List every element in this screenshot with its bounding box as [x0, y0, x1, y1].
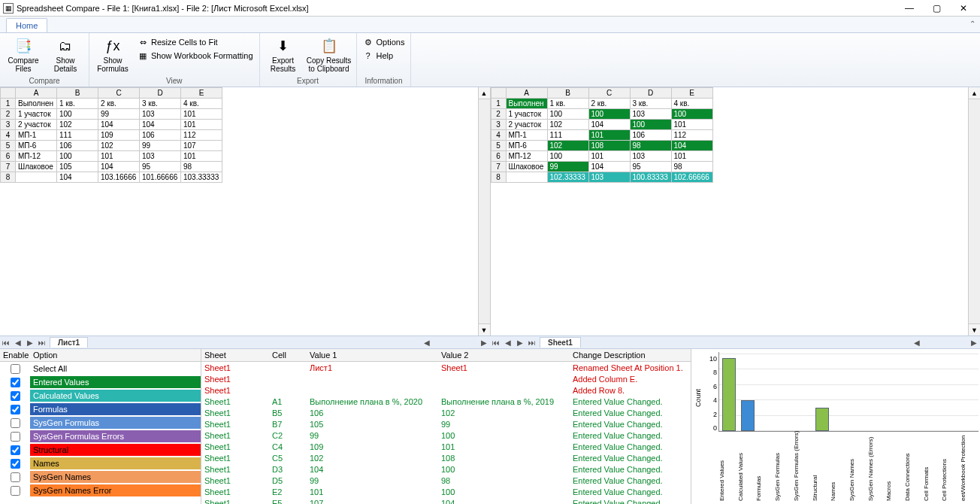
grid-cell[interactable]: 95: [140, 162, 181, 172]
result-row[interactable]: Sheet1E5107104Entered Value Changed.: [201, 497, 691, 504]
grid-cell[interactable]: 106: [140, 130, 181, 141]
grid-cell[interactable]: 101: [671, 151, 712, 162]
grid-cell[interactable]: 104: [140, 120, 181, 130]
grid-cell[interactable]: 111: [57, 130, 98, 141]
grid-right[interactable]: ABCDE1Выполнен1 кв.2 кв.3 кв.4 кв.21 уча…: [491, 87, 713, 183]
grid-cell[interactable]: 99: [98, 109, 140, 120]
grid-cell[interactable]: Выполнен: [506, 99, 547, 109]
maximize-button[interactable]: ▢: [923, 1, 950, 16]
hscroll-right-icon[interactable]: ▶: [968, 339, 980, 347]
grid-cell[interactable]: 2 участок: [506, 120, 547, 130]
grid-cell[interactable]: 3 кв.: [140, 99, 181, 109]
grid-cell[interactable]: 101: [181, 151, 222, 162]
option-label[interactable]: SysGen Names Error: [30, 484, 201, 496]
grid-cell[interactable]: 109: [98, 130, 140, 141]
grid-cell[interactable]: 100: [671, 109, 712, 120]
result-row[interactable]: Sheet1D3104100Entered Value Changed.: [201, 463, 691, 475]
result-row[interactable]: Sheet1Лист1Sheet1Renamed Sheet At Positi…: [201, 362, 691, 373]
sheet-nav-first-icon[interactable]: ⏮: [0, 339, 12, 347]
grid-cell[interactable]: 2 участок: [16, 120, 57, 130]
result-row[interactable]: Sheet1Added Row 8.: [201, 384, 691, 396]
grid-cell[interactable]: 102.33333: [547, 172, 588, 183]
grid-cell[interactable]: 98: [671, 162, 712, 172]
grid-cell[interactable]: 98: [630, 141, 671, 151]
grid-cell[interactable]: 1 кв.: [57, 99, 98, 109]
option-checkbox[interactable]: [11, 391, 20, 401]
compare-files-button[interactable]: 📑 Compare Files: [5, 35, 42, 73]
right-vscroll[interactable]: ▲▼: [968, 87, 980, 335]
grid-cell[interactable]: МП-1: [16, 130, 57, 141]
option-label[interactable]: Formulas: [30, 403, 201, 415]
hscroll-right-icon[interactable]: ▶: [478, 339, 490, 347]
show-details-button[interactable]: 🗂 Show Details: [47, 35, 84, 73]
grid-cell[interactable]: 102: [98, 141, 140, 151]
option-checkbox[interactable]: [11, 418, 20, 428]
result-row[interactable]: Sheet1C5102108Entered Value Changed.: [201, 452, 691, 463]
option-label[interactable]: SysGen Formulas Errors: [30, 430, 201, 442]
result-row[interactable]: Sheet1D59998Entered Value Changed.: [201, 475, 691, 486]
grid-cell[interactable]: Шлаковое: [16, 162, 57, 172]
grid-cell[interactable]: [16, 172, 57, 183]
grid-cell[interactable]: 1 участок: [506, 109, 547, 120]
grid-left[interactable]: ABCDE1Выполнен1 кв.2 кв.3 кв.4 кв.21 уча…: [0, 87, 222, 183]
option-checkbox[interactable]: [11, 378, 20, 387]
option-label[interactable]: SysGen Formulas: [30, 417, 201, 429]
resize-cells-button[interactable]: ⇔Resize Cells to Fit: [136, 36, 255, 48]
grid-cell[interactable]: 103: [140, 151, 181, 162]
grid-cell[interactable]: Выполнен: [16, 99, 57, 109]
grid-cell[interactable]: 3 кв.: [630, 99, 671, 109]
grid-cell[interactable]: 104: [98, 162, 140, 172]
result-row[interactable]: Sheet1Added Column E.: [201, 373, 691, 384]
grid-cell[interactable]: 98: [181, 162, 222, 172]
copy-results-button[interactable]: 📋 Copy Results to Clipboard: [307, 35, 352, 73]
grid-cell[interactable]: [506, 172, 547, 183]
grid-cell[interactable]: 102.66666: [671, 172, 712, 183]
option-checkbox[interactable]: [11, 432, 20, 442]
result-row[interactable]: Sheet1B710599Entered Value Changed.: [201, 418, 691, 430]
sheet-nav-last-icon[interactable]: ⏭: [526, 339, 538, 347]
show-formatting-button[interactable]: ▦Show Workbook Formatting: [136, 50, 255, 62]
option-checkbox[interactable]: [11, 445, 20, 455]
result-row[interactable]: Sheet1C4109101Entered Value Changed.: [201, 441, 691, 452]
sheet-nav-next-icon[interactable]: ▶: [24, 339, 36, 347]
sheet-nav-next-icon[interactable]: ▶: [514, 339, 526, 347]
grid-cell[interactable]: 2 кв.: [588, 99, 630, 109]
grid-cell[interactable]: 103: [630, 151, 671, 162]
result-row[interactable]: Sheet1B5106102Entered Value Changed.: [201, 407, 691, 418]
sheet-nav-first-icon[interactable]: ⏮: [490, 339, 502, 347]
grid-cell[interactable]: МП-6: [16, 141, 57, 151]
grid-cell[interactable]: 99: [547, 162, 588, 172]
grid-cell[interactable]: 106: [57, 141, 98, 151]
grid-cell[interactable]: 107: [181, 141, 222, 151]
sheet-nav-last-icon[interactable]: ⏭: [36, 339, 48, 347]
sheet-tab-right[interactable]: Sheet1: [540, 337, 581, 348]
options-button[interactable]: ⚙Options: [361, 36, 407, 48]
grid-cell[interactable]: 101: [671, 120, 712, 130]
ribbon-collapse-icon[interactable]: ⌃: [969, 20, 975, 28]
sheet-tab-left[interactable]: Лист1: [50, 337, 88, 348]
minimize-button[interactable]: —: [896, 1, 923, 16]
grid-cell[interactable]: 112: [181, 130, 222, 141]
grid-cell[interactable]: 100: [547, 151, 588, 162]
grid-cell[interactable]: 105: [57, 162, 98, 172]
grid-cell[interactable]: МП-12: [506, 151, 547, 162]
option-label[interactable]: SysGen Names: [30, 471, 201, 483]
grid-cell[interactable]: 108: [588, 141, 630, 151]
grid-cell[interactable]: 100: [630, 120, 671, 130]
grid-cell[interactable]: 104: [671, 141, 712, 151]
option-label[interactable]: Structural: [30, 444, 201, 456]
option-checkbox[interactable]: [11, 486, 20, 496]
option-checkbox[interactable]: [11, 405, 20, 414]
option-checkbox[interactable]: [11, 364, 20, 374]
grid-cell[interactable]: МП-6: [506, 141, 547, 151]
option-label[interactable]: Calculated Values: [30, 390, 201, 402]
grid-cell[interactable]: 101: [588, 151, 630, 162]
grid-cell[interactable]: 103: [588, 172, 630, 183]
grid-cell[interactable]: 112: [671, 130, 712, 141]
scroll-up-icon[interactable]: ▲: [479, 87, 490, 99]
grid-cell[interactable]: 104: [588, 162, 630, 172]
scroll-up-icon[interactable]: ▲: [969, 87, 980, 99]
grid-cell[interactable]: 106: [630, 130, 671, 141]
grid-cell[interactable]: МП-12: [16, 151, 57, 162]
grid-cell[interactable]: 95: [630, 162, 671, 172]
